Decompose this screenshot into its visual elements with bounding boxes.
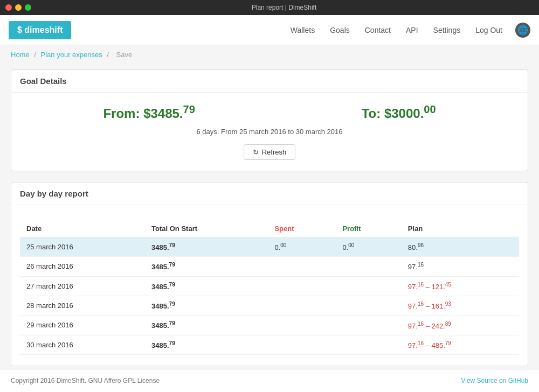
cell-spent [268,296,336,315]
cell-profit [336,296,401,315]
from-amount: From: $3485.79 [103,103,195,121]
from-amount-value: $3485.79 [143,106,195,121]
minimize-dot[interactable] [15,4,22,11]
goal-details-header: Goal Details [11,70,528,93]
refresh-label: Refresh [262,148,287,156]
nav-wallets[interactable]: Wallets [284,23,321,38]
to-amount-value: $3000.00 [384,106,436,121]
cell-spent [268,257,336,276]
to-cents: 00 [424,103,436,115]
nav-logout[interactable]: Log Out [469,23,509,38]
navigation: $ dimeshift Wallets Goals Contact API Se… [0,15,539,45]
cell-total: 3485.79 [145,335,268,354]
col-plan: Plan [402,220,519,237]
maximize-dot[interactable] [25,4,31,11]
nav-settings[interactable]: Settings [427,23,467,38]
from-label: From: [103,106,140,121]
day-report-header: Day by day report [11,183,528,205]
table-row: 29 march 20163485.7997.16 – 242.89 [20,316,519,335]
cell-date: 28 march 2016 [20,296,145,315]
close-dot[interactable] [5,4,12,11]
goal-amounts: From: $3485.79 To: $3000.00 [20,103,519,121]
main-content: Goal Details From: $3485.79 To: $3000.00… [0,64,539,388]
goal-details-card: Goal Details From: $3485.79 To: $3000.00… [11,69,528,171]
cell-plan: 97.16 [402,257,519,276]
col-spent: Spent [268,220,336,237]
breadcrumb-sep-2: / [107,51,110,59]
nav-goals[interactable]: Goals [323,23,356,38]
cell-total: 3485.79 [145,257,268,276]
goal-details-body: From: $3485.79 To: $3000.00 6 days. From… [11,93,528,171]
cell-profit [336,316,401,335]
col-total: Total On Start [145,220,268,237]
cell-spent: 0.00 [268,237,336,257]
goal-dates: 6 days. From 25 march 2016 to 30 march 2… [20,128,519,136]
breadcrumb-plan[interactable]: Plan your expenses [41,51,102,59]
cell-total: 3485.79 [145,276,268,296]
cell-plan: 97.16 – 242.89 [402,316,519,335]
col-profit: Profit [336,220,401,237]
col-date: Date [20,220,145,237]
cell-plan: 80.96 [402,237,519,257]
to-amount: To: $3000.00 [362,103,436,121]
cell-total: 3485.79 [145,316,268,335]
cell-spent [268,335,336,354]
cell-profit [336,276,401,296]
cell-total: 3485.79 [145,237,268,257]
cell-date: 26 march 2016 [20,257,145,276]
breadcrumb-home[interactable]: Home [11,51,30,59]
footer-copyright: Copyright 2016 DimeShift. GNU Affero GPL… [11,377,160,384]
table-row: 25 march 20163485.790.000.0080.96 [20,237,519,257]
footer: Copyright 2016 DimeShift. GNU Affero GPL… [0,369,539,392]
cell-spent [268,276,336,296]
table-row: 30 march 20163485.7997.16 – 485.79 [20,335,519,354]
cell-date: 25 march 2016 [20,237,145,257]
nav-contact[interactable]: Contact [358,23,397,38]
breadcrumb: Home / Plan your expenses / Save [0,45,539,64]
cell-date: 30 march 2016 [20,335,145,354]
footer-github-link[interactable]: View Source on GitHub [461,377,528,384]
report-table: Date Total On Start Spent Profit Plan 25… [20,220,519,355]
cell-date: 27 march 2016 [20,276,145,296]
table-header-row: Date Total On Start Spent Profit Plan [20,220,519,237]
to-label: To: [362,106,381,121]
cell-total: 3485.79 [145,296,268,315]
refresh-icon: ↻ [253,148,259,156]
cell-spent [268,316,336,335]
cell-profit: 0.00 [336,237,401,257]
titlebar: Plan report | DimeShift [0,0,539,15]
refresh-button[interactable]: ↻ Refresh [244,144,296,160]
cell-plan: 97.16 – 161.93 [402,296,519,315]
day-report-body: Date Total On Start Spent Profit Plan 25… [11,205,528,366]
breadcrumb-save: Save [116,51,133,59]
day-report-card: Day by day report Date Total On Start Sp… [11,182,528,366]
cell-plan: 97.16 – 485.79 [402,335,519,354]
cell-date: 29 march 2016 [20,316,145,335]
table-row: 26 march 20163485.7997.16 [20,257,519,276]
table-row: 27 march 20163485.7997.16 – 121.45 [20,276,519,296]
refresh-container: ↻ Refresh [20,144,519,160]
cell-plan: 97.16 – 121.45 [402,276,519,296]
table-row: 28 march 20163485.7997.16 – 161.93 [20,296,519,315]
globe-icon[interactable]: 🌐 [515,23,530,38]
window-title: Plan report | DimeShift [34,4,534,11]
nav-links: Wallets Goals Contact API Settings Log O… [284,23,530,38]
cell-profit [336,257,401,276]
from-cents: 79 [183,103,195,115]
brand-logo[interactable]: $ dimeshift [9,21,71,39]
nav-api[interactable]: API [399,23,425,38]
cell-profit [336,335,401,354]
breadcrumb-sep-1: / [34,51,38,59]
